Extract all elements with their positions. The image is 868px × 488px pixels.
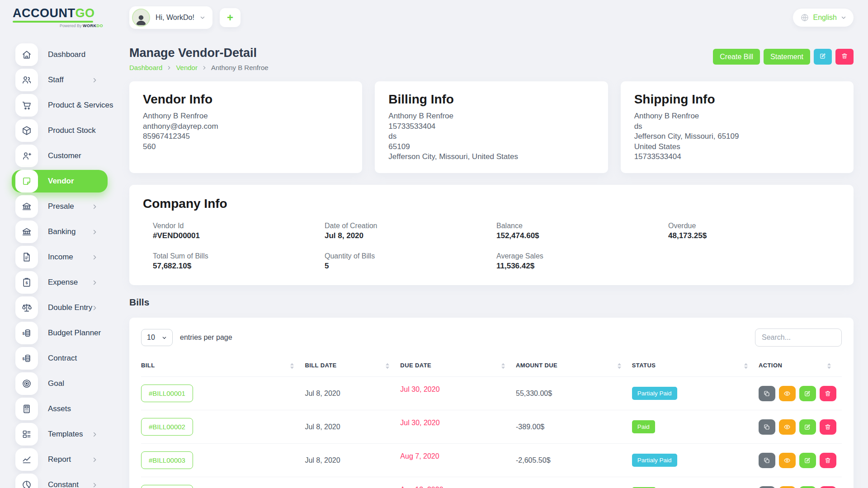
sidebar-item-label: Double Entry <box>48 303 92 312</box>
delete-button[interactable] <box>820 453 836 468</box>
eye-icon <box>783 457 791 464</box>
bill-link[interactable]: #BILL00002 <box>141 418 193 436</box>
users-icon <box>15 69 38 91</box>
amount-due-cell: 55,330.00$ <box>516 377 632 410</box>
edit-button[interactable] <box>799 486 816 488</box>
search-input[interactable] <box>755 328 842 347</box>
chevron-right-icon <box>92 280 98 286</box>
duplicate-button[interactable] <box>759 419 775 435</box>
company-field-quantity-of-bills: Quantity of Bills5 <box>325 252 496 271</box>
chevron-right-icon <box>92 77 98 83</box>
entries-per-page-select[interactable]: 10 <box>141 329 173 346</box>
bills-table: BILLBILL DATEDUE DATEAMOUNT DUESTATUSACT… <box>141 356 842 488</box>
sidebar-item-budget-planner[interactable]: $Budget Planner <box>12 322 108 344</box>
chart-icon <box>15 448 38 471</box>
bank-icon <box>15 195 38 218</box>
field-value: 57,682.10$ <box>153 262 325 271</box>
delete-button[interactable] <box>820 486 836 488</box>
target-icon <box>15 372 38 395</box>
edit-icon <box>819 52 826 61</box>
chevron-right-icon <box>167 66 171 70</box>
edit-button[interactable] <box>799 453 816 468</box>
info-line: Jefferson City, Missouri, 65109 <box>634 131 840 142</box>
sidebar-item-staff[interactable]: Staff <box>12 69 108 91</box>
edit-button[interactable] <box>799 386 816 401</box>
sidebar-item-contract[interactable]: $Contract <box>12 347 108 370</box>
cart-icon <box>15 94 38 117</box>
chevron-down-icon <box>841 15 846 20</box>
column-header-amount-due[interactable]: AMOUNT DUE <box>516 356 632 377</box>
company-field-date-of-creation: Date of CreationJul 8, 2020 <box>325 222 496 240</box>
breadcrumb-dashboard[interactable]: Dashboard <box>129 64 162 71</box>
bill-link[interactable]: #BILL00003 <box>141 451 193 469</box>
column-header-status[interactable]: STATUS <box>632 356 759 377</box>
sidebar-item-dashboard[interactable]: Dashboard <box>12 43 108 66</box>
sidebar-item-constant[interactable]: Constant <box>12 474 108 488</box>
column-header-label: BILL <box>141 362 155 369</box>
edit-vendor-button[interactable] <box>814 49 832 65</box>
sidebar-item-label: Customer <box>48 151 81 160</box>
view-button[interactable] <box>779 386 796 401</box>
user-menu[interactable]: Hi, WorkDo! <box>129 6 212 29</box>
field-label: Overdue <box>668 222 840 230</box>
chevron-right-icon <box>92 482 98 488</box>
row-actions <box>759 419 836 435</box>
view-button[interactable] <box>779 419 796 435</box>
add-button[interactable]: + <box>220 8 241 27</box>
sidebar-item-label: Budget Planner <box>48 328 101 338</box>
sidebar-item-income[interactable]: Income <box>12 246 108 268</box>
delete-button[interactable] <box>820 419 836 435</box>
chevron-right-icon <box>92 204 98 210</box>
duplicate-button[interactable] <box>759 453 775 468</box>
edit-button[interactable] <box>799 419 816 435</box>
sidebar-item-double-entry[interactable]: Double Entry <box>12 296 108 319</box>
delete-button[interactable] <box>820 386 836 401</box>
row-actions <box>759 386 836 401</box>
company-info-grid: Vendor Id#VEND00001Date of CreationJul 8… <box>143 222 840 271</box>
delete-vendor-button[interactable] <box>835 49 854 65</box>
bills-card: 10 entries per page BILLBILL DATEDUE DAT… <box>129 318 854 488</box>
column-header-due-date[interactable]: DUE DATE <box>400 356 516 377</box>
sidebar-item-templates[interactable]: Templates <box>12 423 108 446</box>
language-selector[interactable]: English <box>793 9 854 27</box>
chevron-right-icon <box>202 66 207 70</box>
duplicate-button[interactable] <box>759 486 775 488</box>
status-badge: Paid <box>632 420 655 433</box>
column-header-bill[interactable]: BILL <box>141 356 305 377</box>
sidebar-item-assets[interactable]: Assets <box>12 398 108 420</box>
create-bill-button[interactable]: Create Bill <box>713 49 760 65</box>
column-header-label: ACTION <box>759 362 782 369</box>
info-line: Anthony B Renfroe <box>634 111 840 122</box>
box-icon <box>15 119 38 142</box>
column-header-label: AMOUNT DUE <box>516 362 557 369</box>
column-header-bill-date[interactable]: BILL DATE <box>305 356 400 377</box>
sidebar-item-customer[interactable]: Customer <box>12 145 108 167</box>
globe-icon <box>800 13 809 22</box>
sidebar-item-product-stock[interactable]: Product Stock <box>12 119 108 142</box>
sidebar-item-label: Contract <box>48 354 77 363</box>
sidebar-item-expense[interactable]: $Expense <box>12 271 108 294</box>
view-button[interactable] <box>779 453 796 468</box>
user-plus-icon <box>15 145 38 167</box>
bill-link[interactable]: #BILL00001 <box>141 385 193 402</box>
page-title: Manage Vendor-Detail <box>129 46 269 60</box>
bill-link[interactable]: #BILL00004 <box>141 485 193 488</box>
statement-button[interactable]: Statement <box>764 49 810 65</box>
column-header-action[interactable]: ACTION <box>759 356 842 377</box>
sort-arrows-icon <box>290 363 294 369</box>
company-field-vendor-id: Vendor Id#VEND00001 <box>153 222 325 240</box>
bill-date-cell: Jul 8, 2020 <box>305 444 400 477</box>
breadcrumb-vendor[interactable]: Vendor <box>176 64 198 71</box>
app-logo[interactable]: ACCOUNTGO Powered By WORKDO <box>12 7 102 28</box>
info-line: 560 <box>143 142 349 152</box>
view-button[interactable] <box>779 486 796 488</box>
table-row: #BILL00001Jul 8, 2020Jul 30, 202055,330.… <box>141 377 842 410</box>
sidebar-item-banking[interactable]: Banking <box>12 221 108 243</box>
sidebar-item-presale[interactable]: Presale <box>12 195 108 218</box>
sidebar-item-goal[interactable]: Goal <box>12 372 108 395</box>
column-header-label: DUE DATE <box>400 362 431 369</box>
duplicate-button[interactable] <box>759 386 775 401</box>
sidebar-item-product-services[interactable]: Product & Services <box>12 94 108 117</box>
sidebar-item-vendor[interactable]: Vendor <box>12 170 108 192</box>
sidebar-item-report[interactable]: Report <box>12 448 108 471</box>
